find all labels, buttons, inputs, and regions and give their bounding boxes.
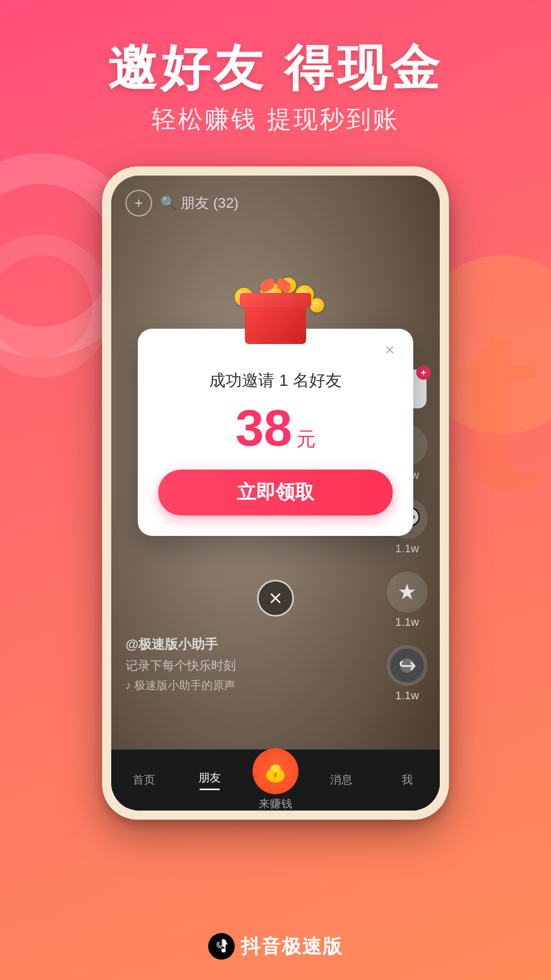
modal-overlay: × 成功邀请 1 名好友 38 元 立即领取 bbox=[111, 176, 440, 811]
header: 邀好友 得现金 轻松赚钱 提现秒到账 bbox=[0, 0, 551, 136]
brand-name-text: 抖音极速版 bbox=[241, 934, 343, 960]
header-subtitle: 轻松赚钱 提现秒到账 bbox=[0, 103, 551, 136]
modal-close-button[interactable]: × bbox=[379, 339, 401, 361]
tab-earn-center[interactable]: ¥ bbox=[247, 748, 304, 794]
svg-text:¥: ¥ bbox=[274, 772, 278, 779]
tab-earn[interactable]: ¥ 来赚钱 bbox=[243, 748, 309, 811]
claim-button[interactable]: 立即领取 bbox=[158, 470, 393, 516]
gift-box bbox=[224, 283, 327, 344]
tab-friends[interactable]: 朋友 bbox=[177, 770, 243, 790]
modal-amount-row: 38 元 bbox=[138, 402, 413, 453]
modal-amount-number: 38 bbox=[235, 402, 292, 453]
dismiss-circle-button[interactable] bbox=[257, 580, 294, 617]
modal-invite-text: 成功邀请 1 名好友 bbox=[138, 370, 413, 392]
reward-modal: × 成功邀请 1 名好友 38 元 立即领取 bbox=[138, 329, 413, 536]
tab-earn-label: 来赚钱 bbox=[259, 796, 292, 811]
tab-bar: 首页 朋友 ¥ bbox=[111, 749, 440, 811]
coin-4 bbox=[310, 298, 324, 312]
earn-icon: ¥ bbox=[262, 758, 289, 785]
tab-home[interactable]: 首页 bbox=[111, 772, 177, 788]
tiktok-brand-logo bbox=[208, 933, 235, 960]
tab-friends-label: 朋友 bbox=[198, 770, 221, 786]
phone-outer: + 🔍 朋友 (32) ♪ ♥ bbox=[102, 166, 449, 820]
tab-messages-label: 消息 bbox=[330, 772, 353, 788]
svg-line-8 bbox=[276, 761, 279, 765]
phone-inner: + 🔍 朋友 (32) ♪ ♥ bbox=[111, 176, 440, 811]
gift-decoration bbox=[214, 273, 337, 354]
branding-footer: 抖音极速版 bbox=[0, 933, 551, 960]
gift-box-body bbox=[245, 303, 306, 344]
header-title: 邀好友 得现金 bbox=[0, 41, 551, 95]
x-icon bbox=[267, 590, 284, 606]
tab-home-label: 首页 bbox=[133, 772, 155, 788]
tab-messages[interactable]: 消息 bbox=[308, 772, 374, 788]
tab-active-indicator bbox=[199, 789, 220, 790]
svg-point-5 bbox=[270, 765, 281, 772]
modal-amount-unit: 元 bbox=[296, 426, 316, 452]
phone-mockup: + 🔍 朋友 (32) ♪ ♥ bbox=[102, 166, 449, 820]
tab-profile-label: 我 bbox=[402, 772, 413, 788]
earn-circle: ¥ bbox=[253, 748, 298, 794]
gift-box-lid bbox=[240, 293, 311, 307]
tab-profile[interactable]: 我 bbox=[374, 772, 440, 788]
gift-bow bbox=[260, 280, 291, 295]
